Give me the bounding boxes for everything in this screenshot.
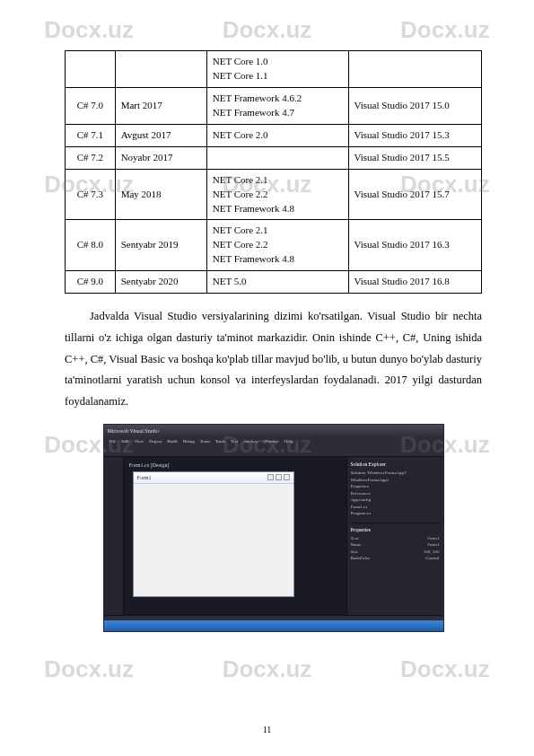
cell-net: NET Framework 4.6.2NET Framework 4.7 xyxy=(206,87,348,124)
version-table: NET Core 1.0NET Core 1.1 C# 7.0 Mart 201… xyxy=(65,50,482,294)
cell-net: NET Core 2.1NET Core 2.2NET Framework 4.… xyxy=(206,220,348,271)
cell-vs: Visual Studio 2017 15.0 xyxy=(348,87,482,124)
watermark: Docx.uz xyxy=(223,655,312,683)
cell-version: C# 7.2 xyxy=(66,146,116,169)
cell-vs: Visual Studio 2017 16.8 xyxy=(348,271,482,294)
tree-item[interactable]: WindowsFormsApp1 xyxy=(351,477,440,484)
properties-title: Properties xyxy=(351,526,440,533)
cell-date: May 2018 xyxy=(115,169,206,220)
menu-item[interactable]: Debug xyxy=(182,439,194,444)
menu-item[interactable]: Team xyxy=(200,439,210,444)
watermark: Docx.uz xyxy=(400,655,490,683)
designer-tab[interactable]: Form1.cs [Design] xyxy=(129,462,341,470)
maximize-icon[interactable] xyxy=(276,474,282,480)
cell-vs xyxy=(348,51,482,88)
table-row: C# 7.0 Mart 2017 NET Framework 4.6.2NET … xyxy=(66,87,482,124)
cell-version: C# 7.0 xyxy=(66,87,116,124)
cell-net xyxy=(206,146,348,169)
table-row: C# 8.0 Sentyabr 2019 NET Core 2.1NET Cor… xyxy=(66,220,482,271)
form-designer[interactable]: Form1 xyxy=(133,471,294,597)
property-row[interactable]: NameForm1 xyxy=(351,541,440,549)
body-paragraph: Jadvalda Visual Studio versiyalarining d… xyxy=(65,306,482,413)
property-row[interactable]: BackColorControl xyxy=(351,555,440,562)
table-row: C# 7.3 May 2018 NET Core 2.1NET Core 2.2… xyxy=(66,169,482,220)
ide-menu-bar: File Edit View Project Build Debug Team … xyxy=(104,437,443,446)
watermark: Docx.uz xyxy=(44,655,134,683)
solution-explorer-title: Solution Explorer xyxy=(351,461,440,468)
cell-date: Mart 2017 xyxy=(115,87,206,124)
ide-toolbox-panel[interactable] xyxy=(104,457,124,615)
menu-item[interactable]: View xyxy=(135,439,144,444)
cell-version: C# 7.1 xyxy=(66,124,116,146)
table-row: C# 7.1 Avgust 2017 NET Core 2.0 Visual S… xyxy=(66,124,482,146)
menu-item[interactable]: Project xyxy=(149,439,162,444)
cell-vs: Visual Studio 2017 15.5 xyxy=(348,146,482,169)
cell-net: NET Core 2.0 xyxy=(206,124,348,146)
cell-date xyxy=(115,51,206,88)
property-row[interactable]: Size300, 300 xyxy=(351,549,440,556)
cell-date: Sentyabr 2020 xyxy=(115,271,206,294)
menu-item[interactable]: Build xyxy=(167,439,177,444)
ide-title: Microsoft Visual Studio xyxy=(108,428,160,434)
windows-taskbar xyxy=(104,620,443,631)
cell-date: Sentyabr 2019 xyxy=(115,220,206,271)
cell-net: NET 5.0 xyxy=(206,271,348,294)
ide-designer-surface[interactable]: Form1.cs [Design] Form1 xyxy=(124,457,346,615)
page-number: 11 xyxy=(0,725,534,734)
form-title: Form1 xyxy=(137,475,152,480)
property-row[interactable]: TextForm1 xyxy=(351,535,440,542)
cell-net: NET Core 2.1NET Core 2.2NET Framework 4.… xyxy=(206,169,348,220)
table-row: C# 9.0 Sentyabr 2020 NET 5.0 Visual Stud… xyxy=(66,271,482,294)
menu-item[interactable]: Test xyxy=(231,439,238,444)
cell-vs: Visual Studio 2017 16.3 xyxy=(348,220,482,271)
menu-item[interactable]: Tools xyxy=(215,439,225,444)
cell-date: Avgust 2017 xyxy=(115,124,206,146)
menu-item[interactable]: Analyze xyxy=(243,439,258,444)
cell-date: Noyabr 2017 xyxy=(115,146,206,169)
tree-item[interactable]: References xyxy=(351,490,440,497)
tree-item[interactable]: Program.cs xyxy=(351,510,440,517)
menu-item[interactable]: Edit xyxy=(121,439,128,444)
cell-vs: Visual Studio 2017 15.7 xyxy=(348,169,482,220)
ide-right-panels: Solution Explorer Solution 'WindowsForms… xyxy=(346,457,443,615)
cell-version: C# 8.0 xyxy=(66,220,116,271)
close-icon[interactable] xyxy=(284,474,290,480)
cell-version xyxy=(66,51,116,88)
table-row: C# 7.2 Noyabr 2017 Visual Studio 2017 15… xyxy=(66,146,482,169)
ide-screenshot: Microsoft Visual Studio File Edit View P… xyxy=(103,424,444,632)
cell-version: C# 9.0 xyxy=(66,271,116,294)
menu-item[interactable]: File xyxy=(109,439,117,444)
tree-item[interactable]: Solution 'WindowsFormsApp1' xyxy=(351,470,440,477)
tree-item[interactable]: App.config xyxy=(351,497,440,504)
menu-item[interactable]: Help xyxy=(285,439,293,444)
table-row: NET Core 1.0NET Core 1.1 xyxy=(66,51,482,88)
minimize-icon[interactable] xyxy=(267,474,274,480)
tree-item[interactable]: Form1.cs xyxy=(351,504,440,511)
ide-titlebar: Microsoft Visual Studio xyxy=(104,425,443,437)
cell-version: C# 7.3 xyxy=(66,169,116,220)
menu-item[interactable]: Window xyxy=(264,439,279,444)
tree-item[interactable]: Properties xyxy=(351,483,440,490)
ide-toolbar xyxy=(104,446,443,457)
cell-vs: Visual Studio 2017 15.3 xyxy=(348,124,482,146)
cell-net: NET Core 1.0NET Core 1.1 xyxy=(206,51,348,88)
